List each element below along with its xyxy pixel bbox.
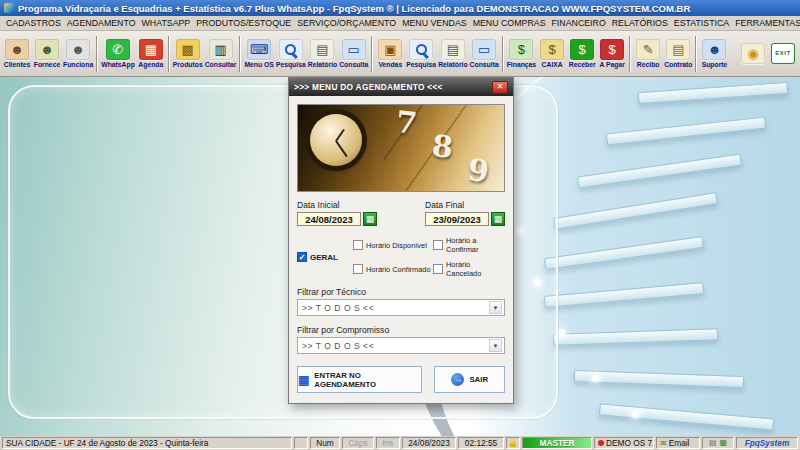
checkbox-horario-confirmado[interactable]: Horário Confirmado: [353, 264, 433, 274]
clientes-button[interactable]: ☻Clientes: [2, 38, 32, 69]
data-final-group: Data Final ▦: [425, 200, 505, 226]
checkbox-label: GERAL: [310, 253, 338, 262]
dialog-title-bar[interactable]: >>> MENU DO AGENDAMENTO <<< ✕: [289, 78, 513, 96]
relatorio-os-button[interactable]: ▤Relatório: [307, 38, 338, 69]
dollar-receive-icon: $: [570, 39, 594, 60]
email-panel[interactable]: ✉Email: [656, 437, 700, 449]
cash-register-icon: ▣: [378, 39, 402, 60]
toolbar-button-label: Pesquisa: [276, 61, 306, 68]
toolbar-separator: [239, 36, 241, 72]
demo-dot-icon: [598, 440, 604, 446]
toolbar-button-label: Clientes: [4, 61, 30, 68]
icon-glyph: ✎: [643, 43, 654, 56]
menu-item-menu-vendas[interactable]: MENU VENDAS: [399, 18, 470, 28]
entrar-agendamento-button[interactable]: ▦ ENTRAR NO AGENDAMENTO: [297, 366, 422, 393]
filter-compromisso-select[interactable]: >> T O D O S << ▼: [297, 337, 505, 354]
vendas-button[interactable]: ▣Vendas: [375, 38, 405, 69]
whatsapp-button[interactable]: ✆WhatsApp: [100, 38, 136, 69]
menu-item-relatorios[interactable]: RELATÓRIOS: [609, 18, 671, 28]
chevron-down-icon[interactable]: ▼: [489, 339, 502, 352]
menu-item-estatistica[interactable]: ESTATISTICA: [671, 18, 732, 28]
toolbar-button-label: Funciona: [63, 61, 93, 68]
funcionarios-button[interactable]: ☻Funciona: [62, 38, 94, 69]
menu-item-label: FERRAMENTAS: [735, 18, 800, 28]
menu-item-label: PRODUTOS/ESTOQUE: [196, 18, 291, 28]
menu-item-financeiro[interactable]: FINANCEIRO: [549, 18, 609, 28]
checkbox-horario-a-confirmar[interactable]: Horário a Confirmar: [433, 236, 505, 254]
user-level-panel: MASTER: [522, 437, 592, 449]
menu-item-ferramentas[interactable]: FERRAMENTAS: [732, 18, 800, 28]
fornecedores-button[interactable]: ☻Fornece: [32, 38, 62, 69]
checkbox-horario-cancelado[interactable]: Horário Cancelado: [433, 260, 505, 278]
menu-os-button[interactable]: ⌨Menu OS: [243, 38, 274, 69]
suporte-button[interactable]: ☻Suporte: [699, 38, 729, 69]
consulta-vendas-button[interactable]: ▭Consulta: [469, 38, 500, 69]
menu-bar: CADASTROSAGENDAMENTOWHATSAPPPRODUTOS/EST…: [0, 16, 800, 31]
data-inicial-input[interactable]: [297, 212, 361, 226]
icon-glyph: $: [579, 43, 586, 56]
status-date-panel: 24/08/2023: [402, 437, 456, 449]
consulta-os-button[interactable]: ▭Consulta: [338, 38, 369, 69]
checkbox-box: [353, 264, 363, 274]
menu-item-cadastros[interactable]: CADASTROS: [3, 18, 64, 28]
produtos-button[interactable]: ▩Produtos: [172, 38, 204, 69]
indicator-icon: [510, 440, 516, 447]
receipt-icon: ✎: [636, 39, 660, 60]
relatorio-vendas-button[interactable]: ▤Relatório: [437, 38, 468, 69]
icon-glyph: ▤: [672, 43, 684, 56]
menu-item-whatsapp[interactable]: WHATSAPP: [139, 18, 194, 28]
filter-tecnico-select[interactable]: >> T O D O S << ▼: [297, 299, 505, 316]
toolbar-button-label: Consultar: [205, 61, 237, 68]
icon-glyph: ▣: [384, 43, 396, 56]
checkbox-horario-disponivel[interactable]: Horário Disponível: [353, 240, 433, 250]
clock-hand: [335, 140, 348, 157]
menu-item-agendamento[interactable]: AGENDAMENTO: [64, 18, 139, 28]
people-icon: ☻: [5, 39, 29, 60]
tray-report-icon: ▤: [709, 439, 717, 447]
calendar-picker-icon[interactable]: ▦: [363, 212, 377, 226]
checkbox-box: [433, 240, 443, 250]
caps-lock-panel: Caps: [342, 437, 374, 449]
icon-glyph: ◉: [747, 47, 758, 60]
pesquisa-vendas-button[interactable]: Pesquisa: [405, 38, 437, 69]
agenda-button[interactable]: ▦Agenda: [136, 38, 166, 69]
menu-item-produtos-estoque[interactable]: PRODUTOS/ESTOQUE: [193, 18, 294, 28]
recibo-button[interactable]: ✎Recibo: [633, 38, 663, 69]
data-inicial-label: Data Inicial: [297, 200, 377, 210]
menu-item-menu-compras[interactable]: MENU COMPRAS: [470, 18, 549, 28]
caixa-button[interactable]: $CAIXA: [537, 38, 567, 69]
consultar-button[interactable]: ▥Consultar: [204, 38, 238, 69]
menu-item-servico-orcamento[interactable]: SERVIÇO/ORÇAMENTO: [294, 18, 399, 28]
toolbar-separator: [168, 36, 170, 72]
cash-drawer-icon: $: [540, 39, 564, 60]
contrato-button[interactable]: ▤Contrato: [663, 38, 693, 69]
sair-button[interactable]: → SAIR: [434, 366, 505, 393]
close-icon[interactable]: ✕: [492, 81, 508, 94]
data-final-input[interactable]: [425, 212, 489, 226]
filter-compromisso-value: >> T O D O S <<: [302, 341, 489, 351]
search-icon: [409, 39, 433, 60]
chevron-down-icon[interactable]: ▼: [489, 301, 502, 314]
toolbar-button-label: Suporte: [702, 61, 728, 68]
menu-item-label: CADASTROS: [6, 18, 61, 28]
icon-glyph: ▤: [316, 43, 328, 56]
pesquisa-os-button[interactable]: Pesquisa: [275, 38, 307, 69]
toolbar-separator: [96, 36, 98, 72]
calendar-picker-icon[interactable]: ▦: [491, 212, 505, 226]
staircase-light: [632, 411, 639, 418]
checkbox-box: [297, 252, 307, 262]
clock-calendar-photo: 7 8 9: [297, 104, 505, 192]
finance-globe-icon: $: [509, 39, 533, 60]
receber-button[interactable]: $Receber: [567, 38, 597, 69]
checkbox-geral[interactable]: GERAL: [297, 252, 353, 262]
toolbar-button-label: A Pagar: [599, 61, 624, 68]
sair-aplicativo-button[interactable]: EXIT: [768, 42, 798, 66]
app-icon: [4, 3, 14, 13]
moedas-button[interactable]: ◉: [738, 42, 768, 66]
financas-button[interactable]: $Finanças: [506, 38, 537, 69]
magnifier-shape: [416, 44, 427, 55]
icon-glyph: ▩: [182, 43, 194, 56]
icon-glyph: $: [549, 43, 556, 56]
a-pagar-button[interactable]: $A Pagar: [597, 38, 627, 69]
checkbox-label: Horário a Confirmar: [446, 236, 505, 254]
